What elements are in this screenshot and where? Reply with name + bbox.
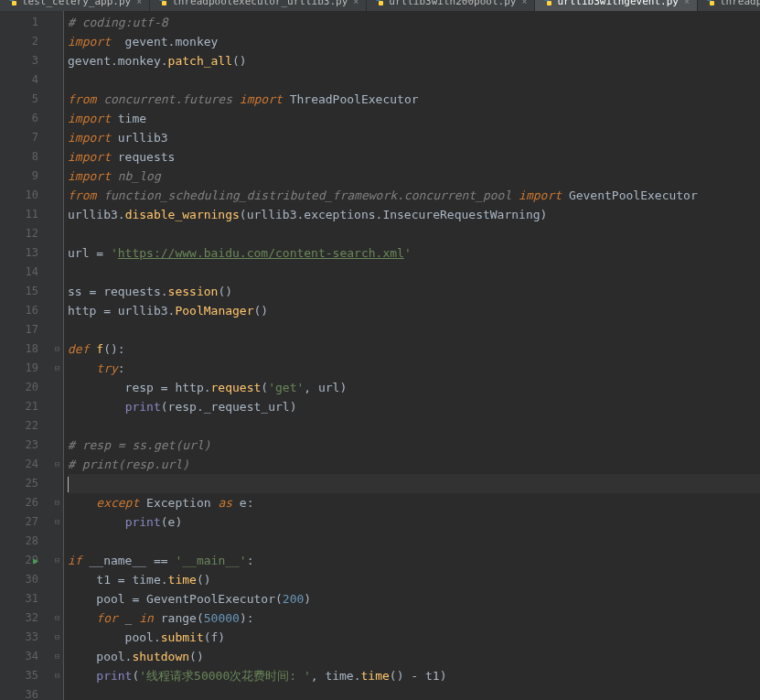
code-line[interactable]: # coding:utf-8 [68, 13, 760, 32]
fold-marker[interactable] [51, 301, 63, 320]
code-line[interactable] [68, 320, 760, 339]
line-number: 20 [0, 378, 51, 397]
fold-marker[interactable]: ⊟ [51, 666, 63, 685]
code-editor[interactable]: 1234567891011121314151617181920212223242… [0, 11, 760, 700]
code-line[interactable]: ss = requests.session() [68, 282, 760, 301]
code-line[interactable]: from function_scheduling_distributed_fra… [68, 186, 760, 205]
code-line[interactable]: http = urllib3.PoolManager() [68, 301, 760, 320]
fold-marker[interactable] [51, 378, 63, 397]
fold-marker[interactable]: ⊟ [51, 551, 63, 570]
fold-marker[interactable] [51, 416, 63, 436]
fold-marker[interactable] [51, 109, 63, 128]
code-line[interactable]: try: [68, 359, 760, 378]
code-line[interactable]: t1 = time.time() [68, 570, 760, 589]
close-icon[interactable]: × [684, 0, 690, 6]
fold-marker[interactable] [51, 320, 63, 339]
fold-marker[interactable]: ⊟ [51, 647, 63, 666]
fold-marker[interactable]: ⊟ [51, 628, 63, 647]
code-line[interactable]: import nb_log [68, 167, 760, 186]
code-line[interactable]: gevent.monkey.patch_all() [68, 51, 760, 70]
svg-rect-8 [707, 0, 712, 1]
close-icon[interactable]: × [136, 0, 142, 6]
fold-marker[interactable] [51, 167, 63, 186]
code-line[interactable]: # print(resp.url) [68, 455, 760, 474]
code-area[interactable]: # coding:utf-8import gevent.monkeygevent… [64, 11, 760, 700]
code-line[interactable]: print(resp._request_url) [68, 397, 760, 416]
fold-marker[interactable]: ⊟ [51, 493, 63, 512]
fold-marker[interactable] [51, 243, 63, 263]
code-line[interactable]: url = 'https://www.baidu.com/content-sea… [68, 243, 760, 263]
code-line[interactable]: for _ in range(50000): [68, 608, 760, 628]
line-number: 5 [0, 90, 51, 109]
fold-marker[interactable] [51, 90, 63, 109]
code-line[interactable] [68, 685, 760, 700]
code-line[interactable]: import urllib3 [68, 128, 760, 147]
fold-marker[interactable] [51, 32, 63, 51]
code-line[interactable]: resp = http.request('get', url) [68, 378, 760, 397]
code-line[interactable] [68, 263, 760, 282]
tab-0[interactable]: test_celery_app.py × [0, 0, 150, 11]
tab-4[interactable]: threadpoolex [698, 0, 760, 11]
code-line[interactable] [68, 224, 760, 243]
line-number: 4 [0, 70, 51, 90]
fold-marker[interactable] [51, 532, 63, 551]
fold-marker[interactable] [51, 51, 63, 70]
code-line[interactable]: if __name__ == '__main__': [68, 551, 760, 570]
code-line[interactable]: def f(): [68, 339, 760, 359]
fold-marker[interactable]: ⊟ [51, 359, 63, 378]
fold-marker[interactable] [51, 570, 63, 589]
fold-marker[interactable] [51, 13, 63, 32]
fold-marker[interactable] [51, 186, 63, 205]
code-line[interactable]: except Exception as e: [68, 493, 760, 512]
code-line[interactable] [68, 70, 760, 90]
run-gutter-icon[interactable]: ▶ [33, 551, 38, 570]
tab-3[interactable]: urllib3withgevent.py × [535, 0, 697, 11]
python-icon [705, 0, 716, 6]
line-number: 9 [0, 167, 51, 186]
code-line[interactable] [68, 416, 760, 436]
line-number: 11 [0, 205, 51, 224]
fold-marker[interactable] [51, 128, 63, 147]
fold-marker[interactable]: ⊟ [51, 339, 63, 359]
fold-marker[interactable] [51, 397, 63, 416]
fold-marker[interactable] [51, 70, 63, 90]
fold-marker[interactable]: ⊟ [51, 455, 63, 474]
fold-marker[interactable] [51, 147, 63, 167]
fold-marker[interactable] [51, 263, 63, 282]
code-line[interactable]: import gevent.monkey [68, 32, 760, 51]
line-number: 21 [0, 397, 51, 416]
fold-marker[interactable] [51, 282, 63, 301]
code-line[interactable]: import requests [68, 147, 760, 167]
fold-marker[interactable]: ⊟ [51, 512, 63, 532]
tab-2[interactable]: urllib3with200pool.py × [367, 0, 535, 11]
fold-marker[interactable] [51, 474, 63, 493]
code-line[interactable]: pool.submit(f) [68, 628, 760, 647]
fold-marker[interactable] [51, 224, 63, 243]
fold-gutter: ⊟⊟⊟⊟⊟⊟⊟⊟⊟⊟ [51, 11, 64, 700]
svg-rect-0 [9, 0, 14, 1]
line-number: 2 [0, 32, 51, 51]
close-icon[interactable]: × [521, 0, 527, 6]
fold-marker[interactable]: ⊟ [51, 608, 63, 628]
code-line[interactable] [68, 532, 760, 551]
code-line[interactable] [68, 474, 760, 493]
code-line[interactable]: # resp = ss.get(url) [68, 436, 760, 455]
code-line[interactable]: pool = GeventPoolExecutor(200) [68, 589, 760, 608]
line-number: 7 [0, 128, 51, 147]
line-number: 36 [0, 685, 51, 700]
line-number: 18 [0, 339, 51, 359]
tab-1[interactable]: threadpoolexecutor_urllib3.py × [150, 0, 367, 11]
svg-rect-2 [159, 0, 164, 1]
close-icon[interactable]: × [353, 0, 359, 6]
code-line[interactable]: urllib3.disable_warnings(urllib3.excepti… [68, 205, 760, 224]
fold-marker[interactable] [51, 205, 63, 224]
code-line[interactable]: from concurrent.futures import ThreadPoo… [68, 90, 760, 109]
fold-marker[interactable] [51, 685, 63, 700]
code-line[interactable]: pool.shutdown() [68, 647, 760, 666]
code-line[interactable]: print('线程请求50000次花费时间: ', time.time() - … [68, 666, 760, 685]
fold-marker[interactable] [51, 589, 63, 608]
code-line[interactable]: import time [68, 109, 760, 128]
code-line[interactable]: print(e) [68, 512, 760, 532]
fold-marker[interactable] [51, 436, 63, 455]
python-icon [542, 0, 553, 6]
